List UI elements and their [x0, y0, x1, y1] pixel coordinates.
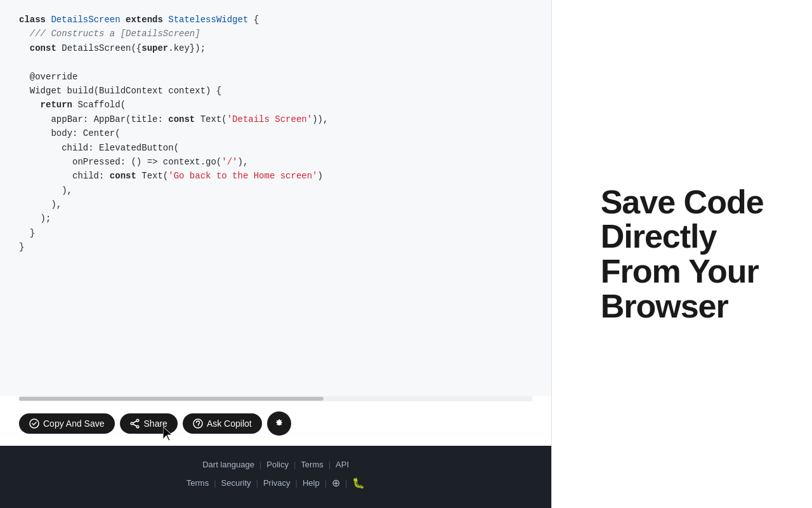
- svg-point-1: [136, 419, 139, 422]
- scrollbar-area[interactable]: [19, 396, 532, 401]
- footer-security-link[interactable]: Security: [216, 477, 256, 489]
- bug-icon[interactable]: 🐛: [347, 476, 370, 490]
- copy-and-save-button[interactable]: Copy And Save: [19, 413, 115, 434]
- share-button[interactable]: Share: [120, 413, 178, 434]
- svg-point-7: [198, 425, 199, 426]
- promo-line-2: Directly: [601, 219, 764, 254]
- promo-line-4: Browser: [601, 289, 764, 324]
- copy-and-save-label: Copy And Save: [43, 418, 105, 429]
- promo-line-3: From Your: [601, 254, 764, 289]
- promo-line-1: Save Code: [601, 185, 764, 220]
- footer-dart-link[interactable]: Dart language: [197, 458, 259, 471]
- left-panel: class DetailsScreen extends StatelessWid…: [0, 0, 551, 508]
- right-panel: Save Code Directly From Your Browser: [552, 0, 812, 508]
- toolbar: Copy And Save Share Ask Copilot: [0, 401, 551, 446]
- footer: Dart language | Policy | Terms | API Ter…: [0, 446, 551, 508]
- code-block: class DetailsScreen extends StatelessWid…: [0, 0, 551, 267]
- footer-api-link[interactable]: API: [331, 458, 354, 471]
- ask-copilot-button[interactable]: Ask Copilot: [183, 413, 262, 434]
- footer-terms-link-1[interactable]: Terms: [296, 458, 328, 471]
- footer-terms-link-2[interactable]: Terms: [181, 477, 214, 489]
- svg-point-6: [193, 419, 202, 428]
- svg-point-3: [131, 422, 133, 425]
- svg-line-4: [133, 421, 136, 423]
- copy-icon: [29, 418, 39, 429]
- settings-button[interactable]: [267, 411, 291, 436]
- gear-icon: [274, 418, 284, 429]
- promo-text: Save Code Directly From Your Browser: [601, 185, 764, 323]
- footer-privacy-link[interactable]: Privacy: [258, 477, 296, 489]
- code-container: class DetailsScreen extends StatelessWid…: [0, 0, 551, 396]
- scrollbar-thumb[interactable]: [19, 397, 324, 401]
- share-label: Share: [144, 418, 167, 429]
- svg-point-2: [136, 425, 139, 428]
- rss-icon[interactable]: ⊕: [327, 476, 345, 490]
- share-icon: [130, 418, 140, 429]
- footer-row-1: Dart language | Policy | Terms | API: [19, 458, 532, 471]
- ask-copilot-label: Ask Copilot: [207, 418, 252, 429]
- copilot-icon: [193, 418, 203, 429]
- footer-row-2: Terms | Security | Privacy | Help | ⊕ | …: [19, 476, 532, 490]
- footer-policy-link[interactable]: Policy: [261, 458, 294, 471]
- svg-line-5: [133, 424, 136, 426]
- footer-help-link[interactable]: Help: [298, 477, 325, 489]
